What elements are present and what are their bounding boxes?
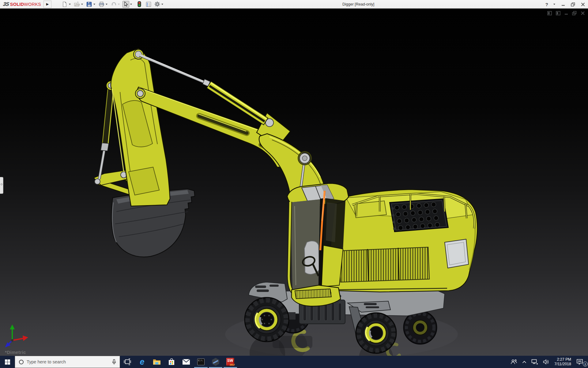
taskbar-solidworks[interactable]: SW 2017 (223, 356, 238, 368)
network-button[interactable] (529, 356, 541, 368)
select-button[interactable] (123, 1, 129, 8)
help-button[interactable]: ? (545, 2, 548, 7)
file-properties-icon (146, 2, 151, 7)
action-center-button[interactable]: 2 (574, 356, 588, 368)
engine-grille[interactable] (390, 199, 448, 232)
close-icon (581, 2, 585, 6)
taskbar-command-prompt[interactable]: C:\ (194, 356, 208, 368)
upper-body[interactable] (329, 190, 477, 292)
task-view-button[interactable] (120, 356, 135, 368)
hexagon-app-icon (212, 358, 220, 366)
network-icon (531, 359, 538, 365)
open-button[interactable] (74, 1, 80, 8)
dassault-mark: 3S (3, 1, 9, 7)
solidworks-2017-icon: SW 2017 (226, 358, 234, 366)
chevron-up-icon (522, 361, 526, 363)
excavator-model[interactable] (0, 9, 588, 356)
people-icon (511, 359, 517, 365)
save-button[interactable] (86, 1, 92, 8)
print-icon (99, 2, 104, 7)
pane-right-icon[interactable] (556, 11, 560, 15)
tray-date: 7/11/2018 (554, 362, 571, 366)
featuremanager-tab-icon (1, 183, 2, 185)
start-button[interactable] (0, 356, 15, 368)
print-caret[interactable] (106, 4, 107, 5)
rebuild-button[interactable] (136, 1, 143, 8)
minimize-icon (561, 2, 565, 6)
options-button[interactable] (154, 1, 160, 8)
graphics-viewport[interactable]: *Dimetric (0, 9, 588, 356)
windows-logo-icon (5, 359, 10, 365)
command-prompt-icon: C:\ (197, 358, 205, 365)
taskbar-edge[interactable]: e (135, 356, 149, 368)
window-controls: ? (545, 0, 586, 9)
volume-button[interactable] (541, 356, 552, 368)
hidden-icons-button[interactable] (520, 356, 529, 368)
new-caret[interactable] (69, 4, 71, 5)
boom-plate[interactable] (111, 48, 170, 206)
front-wheel[interactable] (245, 297, 289, 342)
select-cursor-icon (123, 2, 128, 7)
mail-icon (182, 359, 190, 365)
new-document-button[interactable] (61, 1, 68, 8)
notification-badge: 2 (583, 362, 588, 366)
rebuild-traffic-light-icon (138, 1, 141, 7)
solidworks-logo: 3S SOLID WORKS (0, 1, 43, 7)
edge-icon: e (140, 358, 144, 366)
task-view-icon (124, 358, 131, 365)
save-caret[interactable] (93, 4, 95, 5)
side-vents (338, 247, 429, 282)
featuremanager-collapsed-tab[interactable] (0, 177, 3, 194)
undo-caret[interactable] (118, 4, 120, 5)
options-caret[interactable] (161, 4, 163, 5)
taskbar-search[interactable] (15, 356, 120, 368)
open-caret[interactable] (81, 4, 83, 5)
open-folder-icon (74, 2, 80, 7)
microphone-icon[interactable] (112, 359, 116, 365)
restore-icon (571, 2, 575, 6)
search-input[interactable] (27, 359, 112, 364)
store-icon (168, 358, 175, 366)
brand-works: WORKS (24, 2, 41, 7)
people-button[interactable] (508, 356, 520, 368)
document-title: Digger [Read-only] (342, 2, 374, 6)
file-properties-button[interactable] (145, 1, 152, 8)
document-restore-icon[interactable] (572, 11, 577, 15)
action-center-icon (576, 359, 583, 365)
system-tray: 2:27 PM 7/11/2018 2 (508, 356, 588, 368)
help-caret[interactable] (553, 4, 555, 5)
rear-wheel[interactable] (356, 313, 396, 353)
document-window-controls (547, 11, 585, 15)
file-explorer-icon (153, 358, 161, 365)
brand-solid: SOLID (10, 2, 24, 7)
taskbar-clock[interactable]: 2:27 PM 7/11/2018 (552, 356, 574, 368)
menu-flyout-button[interactable]: ▶ (43, 1, 51, 8)
title-bar: 3S SOLID WORKS ▶ (0, 0, 588, 9)
new-document-icon (62, 2, 67, 7)
undo-button[interactable] (110, 1, 117, 8)
select-caret[interactable] (130, 4, 132, 5)
print-button[interactable] (98, 1, 105, 8)
tray-time: 2:27 PM (554, 357, 571, 362)
restore-button[interactable] (570, 2, 576, 7)
close-button[interactable] (580, 2, 586, 7)
document-close-icon[interactable] (581, 11, 585, 15)
quick-access-toolbar (59, 0, 164, 9)
undo-icon (111, 2, 117, 7)
taskbar: e C:\ SW 2017 (0, 356, 588, 368)
minimize-button[interactable] (560, 2, 566, 7)
volume-icon (543, 359, 549, 365)
taskbar-file-explorer[interactable] (149, 356, 164, 368)
document-minimize-icon[interactable] (564, 11, 568, 15)
options-gear-icon (154, 1, 160, 7)
view-orientation-label: *Dimetric (5, 350, 26, 355)
pane-left-icon[interactable] (547, 11, 552, 15)
taskbar-store[interactable] (164, 356, 179, 368)
taskbar-mail[interactable] (179, 356, 194, 368)
save-floppy-icon (86, 2, 92, 7)
taskbar-hexagon-app[interactable] (208, 356, 223, 368)
reference-triad (5, 324, 28, 347)
cortana-icon (19, 360, 24, 364)
